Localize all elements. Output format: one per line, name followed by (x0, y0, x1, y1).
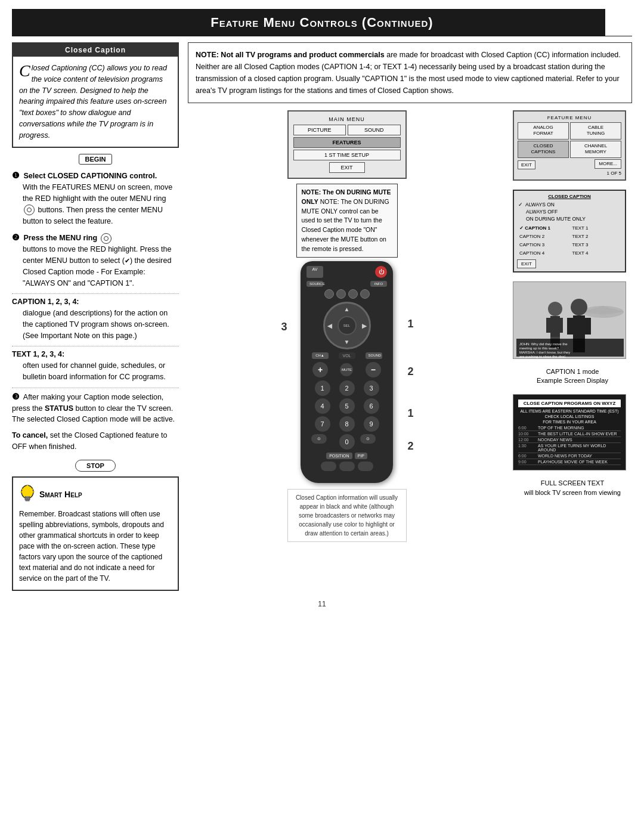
text1-item[interactable]: TEXT 1 (570, 224, 623, 232)
num-7[interactable]: 7 (315, 416, 330, 432)
feature-exit-btn[interactable]: EXIT (518, 160, 535, 169)
power-btn[interactable]: ⏻ (375, 266, 387, 278)
page-header: Feature Menu Controls (Continued) (12, 9, 632, 36)
info-btn[interactable]: INFO (370, 281, 387, 287)
feature-menu-screen: FEATURE MENU ANALOGFORMAT CABLETUNING CL… (513, 110, 626, 181)
right-main-area: MAIN MENU PICTURE SOUND FEATURES 1 ST TI… (188, 110, 632, 542)
recall-btn[interactable]: ⊙ (360, 434, 376, 444)
fs-time: 12:00 (518, 438, 535, 442)
fs-time: 6:00 (518, 454, 535, 458)
annotation-2-bot: 2 (407, 440, 413, 453)
sound-btn[interactable]: SOUND (348, 125, 401, 135)
av-btn[interactable]: AV (306, 266, 323, 278)
circle-btn-1[interactable] (324, 289, 334, 299)
cc-intro-body: C losed Captioning (CC) allows you to re… (13, 57, 178, 147)
num-6[interactable]: 6 (364, 398, 379, 414)
caption4-item[interactable]: CAPTION 4 (517, 249, 569, 257)
main-menu-label: MAIN MENU (293, 116, 401, 122)
position-btn[interactable]: POSITION (326, 453, 352, 459)
page-title: Feature Menu Controls (Continued) (210, 15, 433, 30)
nav-down[interactable]: ▼ (344, 339, 350, 345)
step-2-body: buttons to move the RED highlight. Press… (23, 244, 179, 289)
source-btn[interactable]: SOURCE (306, 281, 323, 287)
channel-memory-btn[interactable]: CHANNELMEMORY (570, 141, 621, 158)
num-5[interactable]: 5 (339, 398, 355, 414)
features-btn[interactable]: FEATURES (293, 137, 401, 148)
sound-btn-r[interactable]: SOUND (366, 352, 382, 359)
nav-center[interactable]: SEL (338, 316, 357, 335)
text4-item[interactable]: TEXT 4 (570, 249, 623, 257)
caption2-item[interactable]: CAPTION 2 (517, 233, 569, 240)
always-on-item[interactable]: ALWAYS ON (517, 201, 622, 208)
on-during-mute-item[interactable]: ON DURING MUTE ONLY (517, 215, 622, 222)
circle-btn-2[interactable] (336, 289, 346, 299)
always-off-item[interactable]: ALWAYS OFF (517, 208, 622, 215)
bottom-nav-row: CH▲ VOL SOUND (306, 352, 387, 359)
step-2-section: ❷ Press the MENU ring buttons to move th… (12, 231, 179, 289)
step-1-title: Select CLOSED CAPTIONING control. (23, 172, 157, 180)
num-8[interactable]: 8 (339, 416, 355, 432)
step-1-header: ❶ Select CLOSED CAPTIONING control. (12, 169, 179, 182)
annotation-1-top: 1 (407, 318, 413, 330)
nav-right[interactable]: ▶ (362, 323, 367, 329)
fs-show-row: 9:00PLAYHOUSE MOVIE OF THE WEEK (518, 459, 621, 465)
text3-item[interactable]: TEXT 3 (570, 241, 623, 249)
main-menu-grid: PICTURE SOUND (293, 125, 401, 135)
nav-ring: ▲ ▼ ◀ ▶ SEL (323, 302, 371, 349)
fs-title-bar: CLOSE CAPTION PROGRAMS ON WXYZ (518, 400, 621, 407)
nav-up[interactable]: ▲ (344, 306, 350, 312)
main-exit-btn[interactable]: EXIT (329, 162, 365, 173)
cc-submenu-title: CLOSED CAPTION (517, 194, 622, 199)
svg-point-4 (27, 485, 29, 487)
pos-ctrl-3[interactable] (358, 462, 373, 471)
nav-ring-outer[interactable]: ▲ ▼ ◀ ▶ SEL (323, 302, 371, 349)
more-btn[interactable]: MORE... (595, 159, 621, 169)
vol-minus-btn[interactable]: − (366, 362, 381, 377)
svg-rect-2 (26, 500, 29, 501)
num-4[interactable]: 4 (315, 398, 330, 414)
header-box (605, 9, 632, 36)
fs-show-name: NOONDAY NEWS (538, 438, 572, 442)
nav-left[interactable]: ◀ (327, 323, 332, 329)
text2-item[interactable]: TEXT 2 (570, 233, 623, 240)
vol-plus-btn[interactable]: + (312, 362, 328, 377)
center-column: MAIN MENU PICTURE SOUND FEATURES 1 ST TI… (188, 110, 506, 542)
circle-btn-3[interactable] (348, 289, 358, 299)
prev-ch-btn[interactable]: ⊙ (311, 434, 327, 444)
fs-shows-list: 6:00TOP OF THE MORNING10:00THE BEST LITT… (518, 425, 621, 465)
pos-ctrl-2[interactable] (339, 462, 355, 471)
fs-show-row: 6:00WORLD NEWS FOR TODAY (518, 453, 621, 459)
step-3-header: ❸ After making your Caption mode selecti… (12, 391, 179, 426)
closed-caption-box: Closed Caption C losed Captioning (CC) a… (12, 42, 179, 148)
vol-label: VOL (339, 352, 355, 359)
caption3-item[interactable]: CAPTION 3 (517, 241, 569, 249)
closed-captions-btn[interactable]: CLOSEDCAPTIONS (518, 141, 569, 158)
pip-btn[interactable]: PIP (355, 453, 367, 459)
pos-ctrl-1[interactable] (321, 462, 336, 471)
ch-btn[interactable]: CH▲ (312, 352, 329, 359)
num-0[interactable]: 0 (339, 434, 355, 450)
svg-text:meeting up to this week?: meeting up to this week? (519, 346, 559, 350)
circle-btn-4[interactable] (360, 289, 370, 299)
feature-menu-label: FEATURE MENU (518, 115, 621, 120)
num-2[interactable]: 2 (339, 380, 355, 396)
caption1-item[interactable]: ✓ CAPTION 1 (517, 224, 569, 232)
full-screen-label: FULL SCREEN TEXT will block TV screen fr… (513, 479, 632, 497)
step-2-num: ❷ (12, 231, 20, 244)
svg-rect-14 (546, 318, 552, 333)
cc-exit-btn[interactable]: EXIT (517, 259, 536, 268)
cc-caption-grid: ✓ CAPTION 1 TEXT 1 CAPTION 2 TEXT 2 CAPT… (517, 224, 622, 257)
cable-tuning-btn[interactable]: CABLETUNING (570, 122, 621, 140)
step-1-section: ❶ Select CLOSED CAPTIONING control. With… (12, 169, 179, 227)
feature-bottom-row: EXIT MORE... (518, 159, 621, 169)
num-1[interactable]: 1 (315, 380, 330, 396)
num-3[interactable]: 3 (364, 380, 379, 396)
first-time-setup-btn[interactable]: 1 ST TIME SETUP (293, 150, 401, 160)
cc-info-note: Closed Caption information will usually … (287, 489, 407, 542)
num-9[interactable]: 9 (364, 416, 379, 432)
second-btn-row: SOURCE INFO (306, 281, 387, 287)
analog-format-btn[interactable]: ANALOGFORMAT (518, 122, 569, 140)
mute-btn[interactable]: MUTE (340, 363, 353, 376)
smart-help-text: Remember. Broadcast stations will often … (19, 509, 172, 584)
picture-btn[interactable]: PICTURE (293, 125, 346, 135)
